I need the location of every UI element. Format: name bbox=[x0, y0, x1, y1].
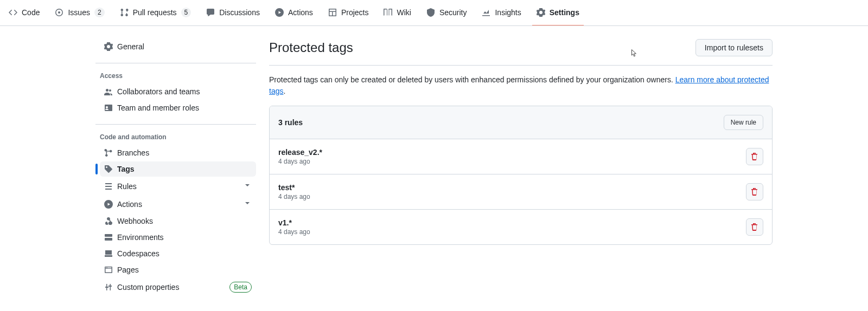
rule-date: 4 days ago bbox=[278, 193, 310, 200]
sidebar-item-label: Branches bbox=[117, 148, 149, 157]
list-icon bbox=[104, 182, 113, 191]
code-icon bbox=[9, 8, 17, 17]
sidebar-item-general[interactable]: General bbox=[100, 39, 256, 54]
tab-settings[interactable]: Settings bbox=[532, 0, 584, 26]
webhook-icon bbox=[104, 217, 113, 225]
page-header: Protected tags Import to rulesets bbox=[269, 39, 773, 66]
tab-code[interactable]: Code bbox=[4, 0, 44, 26]
issue-opened-icon bbox=[55, 8, 63, 17]
sliders-icon bbox=[104, 283, 113, 291]
sidebar-item-label: Tags bbox=[117, 165, 135, 173]
play-icon bbox=[104, 200, 113, 209]
rule-name: v1.* bbox=[278, 218, 310, 227]
rule-name: release_v2.* bbox=[278, 148, 322, 157]
rule-info: test* 4 days ago bbox=[278, 183, 310, 200]
tab-discussions[interactable]: Discussions bbox=[202, 0, 264, 26]
comment-discussion-icon bbox=[206, 8, 215, 17]
delete-rule-button[interactable] bbox=[746, 148, 763, 165]
sidebar-item-label: Collaborators and teams bbox=[117, 87, 200, 96]
rule-info: v1.* 4 days ago bbox=[278, 218, 310, 236]
rule-row: v1.* 4 days ago bbox=[270, 210, 772, 244]
sidebar-item-webhooks[interactable]: Webhooks bbox=[100, 213, 256, 229]
import-to-rulesets-button[interactable]: Import to rulesets bbox=[695, 39, 773, 56]
beta-badge: Beta bbox=[229, 282, 252, 293]
trash-icon bbox=[750, 152, 759, 161]
settings-sidebar: General Access Collaborators and teams T… bbox=[95, 39, 256, 304]
tab-pull-requests[interactable]: Pull requests5 bbox=[116, 0, 196, 26]
desc-suffix: . bbox=[283, 87, 285, 95]
book-icon bbox=[384, 8, 392, 17]
sidebar-item-label: Environments bbox=[117, 233, 164, 242]
tab-label: Insights bbox=[495, 4, 521, 21]
sidebar-item-rules[interactable]: Rules bbox=[100, 178, 256, 195]
sidebar-item-branches[interactable]: Branches bbox=[100, 145, 256, 160]
codespaces-icon bbox=[104, 249, 113, 258]
delete-rule-button[interactable] bbox=[746, 218, 763, 236]
gear-icon bbox=[104, 42, 113, 51]
rules-count: 3 rules bbox=[278, 118, 303, 127]
rule-name: test* bbox=[278, 183, 310, 192]
sidebar-item-label: Codespaces bbox=[117, 249, 159, 258]
tab-actions[interactable]: Actions bbox=[271, 0, 317, 26]
sidebar-item-pages[interactable]: Pages bbox=[100, 262, 256, 277]
main-content: Protected tags Import to rulesets Protec… bbox=[269, 39, 773, 304]
shield-icon bbox=[426, 8, 435, 17]
rule-date: 4 days ago bbox=[278, 228, 310, 236]
sidebar-item-environments[interactable]: Environments bbox=[100, 230, 256, 245]
sidebar-heading-access: Access bbox=[95, 68, 256, 80]
git-pull-request-icon bbox=[120, 8, 129, 17]
sidebar-item-label: Custom properties bbox=[117, 283, 179, 291]
sidebar-heading-code: Code and automation bbox=[95, 129, 256, 141]
play-icon bbox=[275, 8, 284, 17]
tab-label: Settings bbox=[550, 4, 579, 21]
issues-count: 2 bbox=[94, 8, 105, 17]
tag-icon bbox=[104, 165, 113, 173]
tab-label: Code bbox=[22, 4, 40, 21]
rules-box: 3 rules New rule release_v2.* 4 days ago… bbox=[269, 106, 773, 245]
chevron-down-icon bbox=[243, 181, 252, 191]
tab-label: Discussions bbox=[219, 4, 260, 21]
sidebar-item-label: Pages bbox=[117, 265, 139, 274]
new-rule-button[interactable]: New rule bbox=[724, 115, 763, 130]
rule-date: 4 days ago bbox=[278, 158, 322, 165]
tab-insights[interactable]: Insights bbox=[477, 0, 525, 26]
server-icon bbox=[104, 233, 113, 242]
graph-icon bbox=[482, 8, 490, 17]
table-icon bbox=[328, 8, 337, 17]
tab-label: Projects bbox=[341, 4, 369, 21]
trash-icon bbox=[750, 187, 759, 196]
tab-issues[interactable]: Issues2 bbox=[50, 0, 108, 26]
gear-icon bbox=[537, 8, 545, 17]
sidebar-item-codespaces[interactable]: Codespaces bbox=[100, 246, 256, 261]
people-icon bbox=[104, 87, 113, 96]
delete-rule-button[interactable] bbox=[746, 183, 763, 200]
browser-icon bbox=[104, 265, 113, 274]
rule-row: test* 4 days ago bbox=[270, 174, 772, 210]
sidebar-item-collaborators[interactable]: Collaborators and teams bbox=[100, 84, 256, 99]
tab-label: Wiki bbox=[397, 4, 411, 21]
sidebar-item-team-roles[interactable]: Team and member roles bbox=[100, 100, 256, 115]
sidebar-item-label: Team and member roles bbox=[117, 103, 199, 112]
tab-label: Actions bbox=[288, 4, 313, 21]
tab-projects[interactable]: Projects bbox=[324, 0, 373, 26]
rules-box-header: 3 rules New rule bbox=[270, 106, 772, 139]
sidebar-item-label: Actions bbox=[117, 200, 142, 209]
id-badge-icon bbox=[104, 103, 113, 112]
sidebar-item-label: Webhooks bbox=[117, 217, 153, 225]
tab-label: Security bbox=[439, 4, 467, 21]
tab-security[interactable]: Security bbox=[422, 0, 471, 26]
tab-label: Issues bbox=[68, 4, 90, 21]
sidebar-item-label: General bbox=[117, 42, 144, 51]
git-branch-icon bbox=[104, 148, 113, 157]
chevron-down-icon bbox=[243, 199, 252, 209]
sidebar-item-actions[interactable]: Actions bbox=[100, 196, 256, 212]
sidebar-item-custom-properties[interactable]: Custom propertiesBeta bbox=[100, 278, 256, 296]
sidebar-item-tags[interactable]: Tags bbox=[100, 161, 256, 177]
tab-wiki[interactable]: Wiki bbox=[379, 0, 415, 26]
page-description: Protected tags can only be created or de… bbox=[269, 74, 773, 97]
sidebar-item-label: Rules bbox=[117, 182, 137, 191]
page-title: Protected tags bbox=[269, 40, 353, 55]
rule-row: release_v2.* 4 days ago bbox=[270, 139, 772, 174]
trash-icon bbox=[750, 223, 759, 231]
desc-text: Protected tags can only be created or de… bbox=[269, 75, 675, 84]
